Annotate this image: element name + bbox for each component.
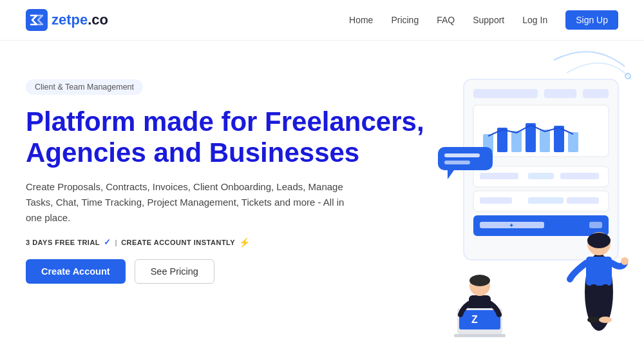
svg-rect-31 — [591, 284, 597, 320]
svg-rect-16 — [480, 173, 518, 179]
svg-rect-0 — [26, 9, 48, 31]
svg-point-42 — [469, 275, 490, 286]
svg-point-34 — [599, 317, 612, 323]
svg-rect-44 — [459, 310, 500, 329]
svg-rect-6 — [583, 89, 609, 98]
svg-rect-20 — [480, 197, 512, 204]
headline-line1: Platform made for Freelancers, — [26, 106, 424, 137]
svg-rect-4 — [473, 89, 538, 98]
instant-label: CREATE ACCOUNT INSTANTLY — [121, 239, 235, 246]
bolt-icon: ⚡ — [239, 237, 251, 248]
svg-rect-29 — [586, 257, 612, 286]
svg-rect-35 — [438, 147, 493, 170]
svg-marker-36 — [448, 170, 454, 179]
create-account-button[interactable]: Create Account — [26, 259, 126, 284]
trial-info: 3 DAYS FREE TRIAL ✓ | CREATE ACCOUNT INS… — [26, 237, 438, 248]
nav-support[interactable]: Support — [473, 15, 504, 25]
logo-icon — [26, 9, 48, 31]
nav-faq[interactable]: FAQ — [437, 15, 455, 25]
svg-point-30 — [621, 257, 629, 265]
svg-rect-21 — [528, 197, 564, 204]
logo-text: zetpe.co — [52, 12, 108, 28]
hero-badge: Client & Team Management — [26, 79, 143, 95]
hero-headline: Platform made for Freelancers, Agencies … — [26, 106, 438, 169]
hero-section: Client & Team Management Platform made f… — [0, 41, 644, 362]
see-pricing-button[interactable]: See Pricing — [135, 259, 214, 284]
hero-illustration: Z ✦ ✦ — [425, 41, 644, 363]
nav-pricing[interactable]: Pricing — [391, 15, 419, 25]
svg-rect-32 — [602, 284, 609, 320]
cta-buttons: Create Account See Pricing — [26, 259, 438, 284]
illustration-svg: Z ✦ ✦ — [425, 41, 644, 363]
svg-point-33 — [587, 317, 600, 323]
svg-rect-38 — [444, 161, 470, 164]
svg-point-28 — [587, 233, 611, 248]
navbar: zetpe.co Home Pricing FAQ Support Log In… — [0, 0, 644, 41]
nav-home[interactable]: Home — [349, 15, 373, 25]
svg-text:✦: ✦ — [544, 135, 552, 146]
svg-rect-22 — [567, 197, 599, 204]
headline-line2: Agencies and Businesses — [26, 137, 359, 168]
check-icon: ✓ — [104, 237, 111, 247]
svg-rect-18 — [560, 173, 599, 179]
svg-rect-17 — [528, 173, 554, 179]
nav-links: Home Pricing FAQ Support Log In Sign Up — [349, 10, 618, 30]
svg-rect-10 — [511, 131, 522, 152]
svg-rect-37 — [444, 153, 480, 157]
trial-label: 3 DAYS FREE TRIAL — [26, 239, 100, 246]
svg-rect-5 — [544, 89, 576, 98]
svg-text:Z: Z — [471, 314, 478, 325]
logo[interactable]: zetpe.co — [26, 9, 108, 31]
svg-rect-14 — [568, 132, 578, 152]
svg-rect-25 — [589, 222, 602, 228]
svg-rect-46 — [454, 334, 506, 337]
svg-text:✦: ✦ — [509, 222, 514, 229]
signup-button[interactable]: Sign Up — [565, 10, 618, 30]
login-button[interactable]: Log In — [522, 15, 547, 25]
hero-content: Client & Team Management Platform made f… — [26, 60, 438, 284]
hero-subtext: Create Proposals, Contracts, Invoices, C… — [26, 179, 361, 226]
